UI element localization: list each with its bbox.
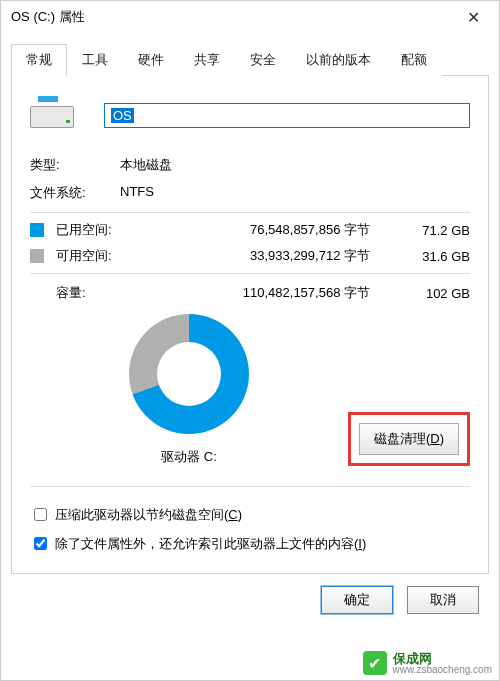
close-icon: ✕ (467, 8, 480, 27)
drive-name-value: OS (111, 108, 134, 123)
watermark: ✔ 保成网 www.zsbaocheng.com (359, 649, 497, 677)
tab-strip: 常规 工具 硬件 共享 安全 以前的版本 配额 (11, 43, 489, 76)
dialog-footer: 确定 取消 (11, 574, 489, 626)
tab-tools[interactable]: 工具 (67, 44, 123, 76)
disk-cleanup-button[interactable]: 磁盘清理(D) (359, 423, 459, 455)
index-checkbox-row[interactable]: 除了文件属性外，还允许索引此驱动器上文件的内容(I) (30, 534, 470, 553)
free-human: 31.6 GB (410, 249, 470, 264)
close-button[interactable]: ✕ (453, 4, 493, 30)
drive-icon (30, 96, 74, 134)
drive-name-input[interactable]: OS (104, 103, 470, 128)
used-human: 71.2 GB (410, 223, 470, 238)
free-bytes: 33,933,299,712 字节 (142, 247, 410, 265)
watermark-logo-icon: ✔ (363, 651, 387, 675)
capacity-bytes: 110,482,157,568 字节 (142, 284, 410, 302)
free-swatch-icon (30, 249, 44, 263)
titlebar: OS (C:) 属性 ✕ (1, 1, 499, 33)
general-panel: OS 类型: 本地磁盘 文件系统: NTFS 已用空间: 76,548,857,… (11, 76, 489, 574)
cancel-button[interactable]: 取消 (407, 586, 479, 614)
highlight-box: 磁盘清理(D) (348, 412, 470, 466)
ok-button[interactable]: 确定 (321, 586, 393, 614)
separator (30, 273, 470, 274)
drive-label: 驱动器 C: (161, 448, 217, 466)
watermark-url: www.zsbaocheng.com (393, 665, 493, 675)
compress-checkbox[interactable] (34, 508, 47, 521)
separator (30, 212, 470, 213)
tab-general[interactable]: 常规 (11, 44, 67, 76)
compress-checkbox-row[interactable]: 压缩此驱动器以节约磁盘空间(C) (30, 505, 470, 524)
type-label: 类型: (30, 156, 120, 174)
used-label: 已用空间: (56, 221, 142, 239)
fs-label: 文件系统: (30, 184, 120, 202)
free-label: 可用空间: (56, 247, 142, 265)
tab-quota[interactable]: 配额 (386, 44, 442, 76)
fs-value: NTFS (120, 184, 154, 202)
watermark-name: 保成网 (393, 652, 493, 665)
used-bytes: 76,548,857,856 字节 (142, 221, 410, 239)
type-value: 本地磁盘 (120, 156, 172, 174)
usage-pie-chart (129, 314, 249, 434)
separator (30, 486, 470, 487)
capacity-label: 容量: (56, 284, 142, 302)
index-label: 除了文件属性外，还允许索引此驱动器上文件的内容(I) (55, 535, 366, 553)
index-checkbox[interactable] (34, 537, 47, 550)
capacity-human: 102 GB (410, 286, 470, 301)
compress-label: 压缩此驱动器以节约磁盘空间(C) (55, 506, 242, 524)
used-swatch-icon (30, 223, 44, 237)
window-title: OS (C:) 属性 (11, 8, 85, 26)
tab-sharing[interactable]: 共享 (179, 44, 235, 76)
tab-security[interactable]: 安全 (235, 44, 291, 76)
tab-previous[interactable]: 以前的版本 (291, 44, 386, 76)
tab-hardware[interactable]: 硬件 (123, 44, 179, 76)
